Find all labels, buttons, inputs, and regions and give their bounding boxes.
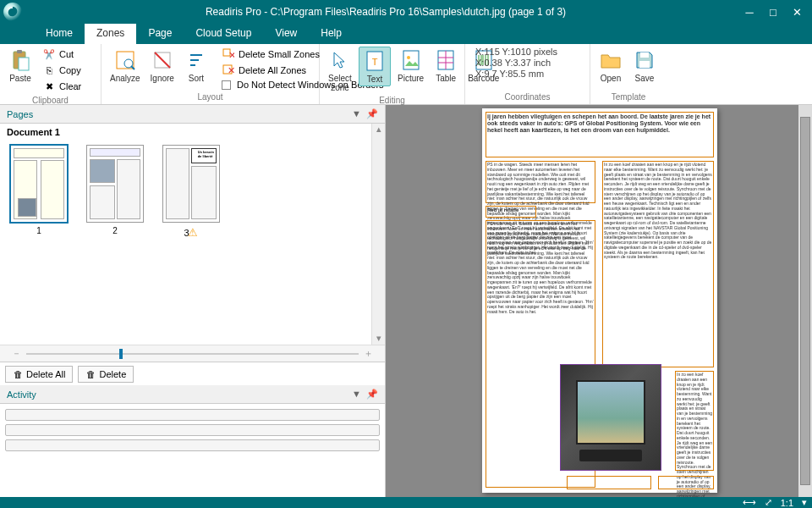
fit-width-icon[interactable]: ⟷: [743, 497, 756, 508]
table-icon: [434, 48, 458, 72]
svg-rect-19: [639, 61, 650, 68]
analyze-icon: [113, 48, 137, 72]
activity-progress-2: [5, 424, 380, 436]
template-save-button[interactable]: Save: [629, 47, 660, 85]
trash-icon: 🗑: [13, 369, 23, 379]
table-zone-button[interactable]: Table: [431, 47, 461, 85]
analyze-button[interactable]: Analyze: [107, 47, 144, 85]
close-button[interactable]: ✕: [790, 6, 804, 19]
template-open-button[interactable]: Open: [595, 47, 626, 85]
delete-all-icon: ✕: [222, 64, 235, 77]
delete-small-icon: ✕: [222, 47, 235, 61]
svg-line-7: [155, 52, 170, 68]
pages-scrollbar[interactable]: ▴▾: [371, 124, 385, 345]
thumb-size-slider[interactable]: [26, 353, 359, 355]
page-preview[interactable]: ij jaren hebben vliegtuigen en schepen h…: [386, 105, 812, 497]
delete-button[interactable]: 🗑Delete: [78, 366, 134, 383]
page-thumb-3[interactable]: Un besoinde liberté 3 ⚠: [162, 145, 220, 239]
page-thumb-1[interactable]: 1: [10, 145, 68, 239]
copy-button[interactable]: ⎘Copy: [39, 63, 85, 78]
copy-icon: ⎘: [42, 64, 56, 77]
svg-text:✕: ✕: [228, 65, 234, 75]
pages-panel-title: Pages: [7, 109, 33, 119]
page-thumb-2[interactable]: 2: [86, 145, 144, 239]
template-group-label: Template: [595, 91, 661, 102]
clear-icon: ✖: [42, 80, 56, 93]
tab-cloud[interactable]: Cloud Setup: [184, 24, 263, 44]
activity-progress-3: [5, 439, 380, 451]
warning-icon: ⚠: [188, 226, 198, 239]
activity-panel-title: Activity: [7, 389, 36, 400]
layout-group-label: Layout: [107, 91, 314, 102]
tab-help[interactable]: Help: [309, 24, 354, 44]
cut-button[interactable]: ✂️Cut: [39, 47, 85, 62]
delete-all-button[interactable]: 🗑Delete All: [5, 366, 73, 383]
open-icon: [599, 48, 623, 72]
minimize-button[interactable]: ─: [743, 6, 756, 19]
paste-icon: [8, 48, 32, 72]
svg-point-15: [407, 56, 410, 59]
paste-button[interactable]: Paste: [5, 47, 36, 85]
window-title: Readiris Pro - C:\Program Files\Readiris…: [29, 6, 743, 18]
document-name: Document 1: [7, 127, 60, 137]
activity-progress-1: [5, 409, 380, 421]
picture-zone-button[interactable]: Picture: [394, 47, 427, 85]
text-icon: T: [363, 49, 387, 73]
editing-group-label: Editing: [325, 94, 459, 105]
zoom-in-icon[interactable]: ＋: [364, 347, 373, 360]
zoom-out-icon[interactable]: －: [12, 347, 21, 360]
svg-rect-14: [403, 51, 419, 69]
picture-icon: [399, 48, 423, 72]
save-icon: [633, 48, 656, 72]
pages-pin-icon[interactable]: ▼: [352, 108, 361, 119]
text-zone-button[interactable]: TText: [359, 47, 391, 86]
clear-button[interactable]: ✖Clear: [39, 79, 85, 94]
clipboard-group-label: Clipboard: [5, 94, 96, 105]
tab-page[interactable]: Page: [136, 24, 184, 44]
svg-text:T: T: [372, 57, 378, 67]
fit-page-icon[interactable]: ⤢: [765, 497, 772, 508]
sort-icon: [184, 48, 208, 72]
zoom-dropdown-icon[interactable]: ▾: [802, 497, 807, 508]
sort-button[interactable]: Sort: [181, 47, 211, 85]
preview-v-scrollbar[interactable]: [798, 105, 812, 497]
maximize-button[interactable]: □: [766, 6, 780, 19]
ignore-icon: [151, 48, 174, 72]
select-zone-button[interactable]: Select zone: [325, 47, 355, 94]
coordinates-display: X:115 Y:1010 pixels X:0.38 Y:3.37 inch X…: [470, 47, 557, 79]
pages-dropdown-icon[interactable]: 📌: [366, 108, 378, 119]
tab-view[interactable]: View: [263, 24, 309, 44]
cursor-icon: [328, 48, 352, 72]
checkbox-icon: [222, 80, 231, 90]
svg-text:✕: ✕: [228, 50, 234, 60]
svg-rect-1: [17, 50, 22, 53]
tab-home[interactable]: Home: [34, 24, 85, 44]
activity-dropdown-icon[interactable]: 📌: [366, 389, 378, 400]
svg-rect-18: [640, 52, 649, 58]
activity-pin-icon[interactable]: ▼: [352, 389, 361, 400]
zoom-ratio: 1:1: [781, 498, 793, 508]
ignore-button[interactable]: Ignore: [147, 47, 178, 85]
coords-group-label: Coordinates: [470, 91, 584, 102]
svg-rect-2: [19, 58, 29, 70]
trash-icon: 🗑: [85, 369, 96, 379]
cut-icon: ✂️: [42, 47, 56, 61]
tab-zones[interactable]: Zones: [85, 24, 136, 44]
app-logo: [3, 3, 22, 21]
